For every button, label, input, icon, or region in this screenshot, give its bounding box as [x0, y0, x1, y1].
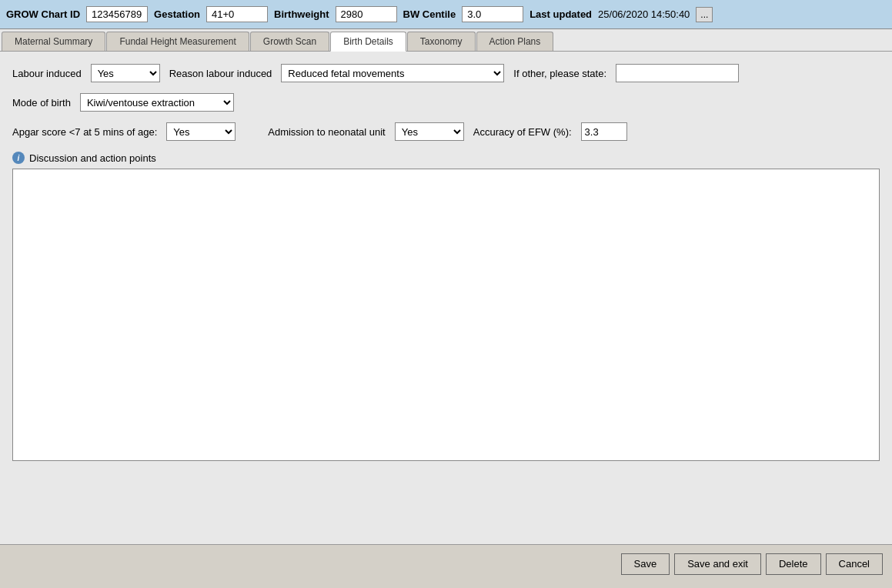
accuracy-efw-input[interactable]: 3.3 [581, 122, 627, 141]
gestation-value: 41+0 [206, 6, 268, 22]
delete-button[interactable]: Delete [766, 553, 821, 575]
header-bar: GROW Chart ID 123456789 Gestation 41+0 B… [0, 0, 892, 29]
apgar-row: Apgar score <7 at 5 mins of age: Yes No … [12, 122, 880, 141]
save-button[interactable]: Save [621, 553, 670, 575]
tab-taxonomy[interactable]: Taxonomy [407, 32, 476, 51]
tab-maternal-summary[interactable]: Maternal Summary [2, 32, 105, 51]
mode-of-birth-select[interactable]: Kiwi/ventouse extraction Normal vaginal … [80, 93, 234, 112]
grow-chart-id-value: 123456789 [86, 6, 148, 22]
reason-labour-induced-select[interactable]: Reduced fetal movements Other [281, 64, 504, 82]
apgar-label: Apgar score <7 at 5 mins of age: [12, 126, 157, 138]
apgar-select[interactable]: Yes No [166, 122, 236, 141]
last-updated-value: 25/06/2020 14:50:40 [598, 8, 690, 20]
mode-of-birth-row: Mode of birth Kiwi/ventouse extraction N… [12, 93, 880, 112]
discussion-label: Discussion and action points [29, 152, 156, 164]
gestation-label: Gestation [154, 8, 200, 20]
if-other-label: If other, please state: [513, 68, 606, 79]
main-content: Labour induced Yes No Reason labour indu… [0, 52, 892, 544]
accuracy-efw-label: Accuracy of EFW (%): [473, 126, 572, 138]
discussion-textarea[interactable] [12, 169, 880, 461]
tab-fundal-height[interactable]: Fundal Height Measurement [106, 32, 249, 51]
tab-birth-details[interactable]: Birth Details [330, 32, 406, 52]
tab-action-plans[interactable]: Action Plans [476, 32, 554, 51]
admission-select[interactable]: Yes No [395, 122, 464, 141]
last-updated-label: Last updated [530, 8, 592, 20]
birthweight-value: 2980 [336, 6, 397, 22]
save-exit-button[interactable]: Save and exit [674, 553, 761, 575]
labour-induced-select[interactable]: Yes No [91, 64, 160, 82]
tab-bar: Maternal Summary Fundal Height Measureme… [0, 29, 892, 52]
labour-induced-row: Labour induced Yes No Reason labour indu… [12, 64, 880, 82]
ellipsis-button[interactable]: ... [696, 7, 713, 22]
tab-growth-scan[interactable]: Growth Scan [250, 32, 329, 51]
discussion-header: i Discussion and action points [12, 152, 880, 164]
grow-chart-id-label: GROW Chart ID [6, 8, 80, 20]
labour-induced-label: Labour induced [12, 68, 82, 79]
bw-centile-label: BW Centile [403, 8, 456, 20]
bw-centile-value: 3.0 [462, 6, 523, 22]
admission-label: Admission to neonatal unit [268, 126, 385, 138]
footer-bar: Save Save and exit Delete Cancel [0, 544, 892, 583]
mode-of-birth-label: Mode of birth [12, 97, 71, 109]
discussion-section: i Discussion and action points [12, 152, 880, 463]
reason-labour-induced-label: Reason labour induced [169, 68, 272, 79]
info-icon: i [12, 152, 25, 164]
cancel-button[interactable]: Cancel [826, 553, 883, 575]
if-other-input[interactable] [616, 64, 739, 82]
birthweight-label: Birthweight [274, 8, 329, 20]
